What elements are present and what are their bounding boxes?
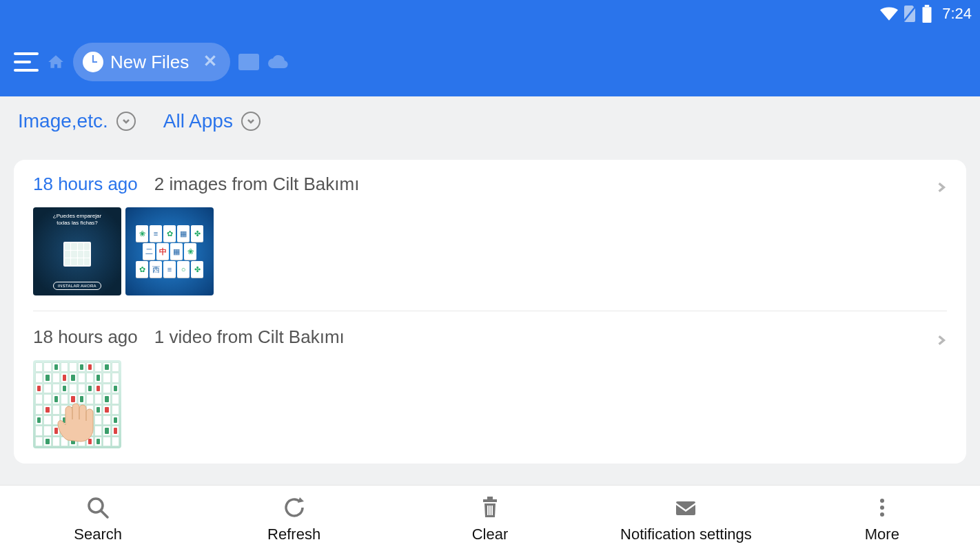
- notification-settings-button[interactable]: Notification settings: [588, 486, 784, 551]
- svg-line-5: [101, 511, 108, 517]
- thumbnails: [33, 360, 947, 448]
- android-status-bar: 7:24: [0, 0, 980, 28]
- clear-label: Clear: [472, 526, 509, 543]
- content-area: 18 hours ago 2 images from Cilt Bakımı ¿…: [0, 146, 980, 485]
- image-thumbnail[interactable]: ❀≡✿▦✤ 二中▦❀ ✿西≡○✤: [125, 207, 214, 295]
- filter-apps-dropdown[interactable]: All Apps: [163, 110, 261, 132]
- filter-type-dropdown[interactable]: Image,etc.: [18, 110, 136, 132]
- close-tab-icon[interactable]: [203, 53, 218, 71]
- promo-text: ¿Puedes emparejar todas las fichas?: [53, 213, 101, 226]
- group-header: 18 hours ago 2 images from Cilt Bakımı: [33, 174, 947, 195]
- promo-board: [63, 242, 91, 267]
- thumbnails: ¿Puedes emparejar todas las fichas? INST…: [33, 207, 947, 295]
- wifi-icon: [880, 7, 898, 21]
- clock-icon: [83, 52, 103, 72]
- file-group[interactable]: 18 hours ago 1 video from Cilt Bakımı: [33, 326, 947, 464]
- clear-button[interactable]: Clear: [392, 486, 588, 551]
- chevron-right-icon[interactable]: [936, 329, 947, 351]
- trash-icon: [478, 494, 502, 521]
- files-card: 18 hours ago 2 images from Cilt Bakımı ¿…: [14, 160, 966, 464]
- svg-rect-3: [238, 54, 259, 70]
- bottom-toolbar: Search Refresh Clear Notification settin…: [0, 485, 980, 551]
- svg-point-12: [880, 499, 884, 503]
- promo-button: INSTALAR AHORA: [53, 282, 101, 290]
- refresh-button[interactable]: Refresh: [196, 486, 391, 551]
- search-label: Search: [74, 526, 122, 543]
- more-button[interactable]: More: [784, 486, 980, 551]
- group-desc: 1 video from Cilt Bakımı: [154, 326, 345, 348]
- filter-bar: Image,etc. All Apps: [0, 96, 980, 146]
- svg-rect-9: [489, 506, 491, 515]
- svg-rect-6: [483, 499, 497, 502]
- refresh-icon: [282, 494, 307, 521]
- sdcard-tab-icon[interactable]: [238, 54, 259, 70]
- svg-rect-11: [676, 501, 695, 515]
- video-thumbnail[interactable]: [33, 360, 121, 448]
- no-sim-icon: [902, 6, 917, 22]
- svg-rect-8: [487, 506, 489, 515]
- search-button[interactable]: Search: [0, 486, 196, 551]
- search-icon: [85, 494, 110, 521]
- filter-type-label: Image,etc.: [18, 110, 108, 132]
- tab-label: New Files: [110, 52, 189, 73]
- cloud-tab-icon[interactable]: [267, 54, 288, 70]
- more-vertical-icon: [870, 494, 895, 521]
- refresh-label: Refresh: [267, 526, 320, 543]
- group-desc: 2 images from Cilt Bakımı: [154, 174, 360, 195]
- svg-rect-2: [923, 7, 932, 23]
- chevron-down-icon: [241, 112, 261, 131]
- status-icons: 7:24: [880, 5, 972, 23]
- svg-rect-1: [925, 5, 930, 7]
- svg-point-13: [880, 506, 884, 510]
- chevron-right-icon[interactable]: [936, 176, 947, 198]
- group-time: 18 hours ago: [33, 326, 138, 348]
- more-label: More: [865, 526, 899, 543]
- envelope-icon: [673, 494, 698, 521]
- menu-icon[interactable]: [14, 52, 39, 72]
- home-tab-icon[interactable]: [47, 53, 65, 71]
- tab-new-files[interactable]: New Files: [73, 43, 230, 81]
- filter-apps-label: All Apps: [163, 110, 233, 132]
- svg-rect-7: [487, 497, 493, 499]
- battery-icon: [921, 5, 932, 23]
- svg-point-14: [880, 512, 884, 517]
- hand-icon: [54, 399, 102, 443]
- svg-rect-10: [491, 506, 493, 515]
- group-time: 18 hours ago: [33, 174, 138, 195]
- group-header: 18 hours ago 1 video from Cilt Bakımı: [33, 326, 947, 348]
- image-thumbnail[interactable]: ¿Puedes emparejar todas las fichas? INST…: [33, 207, 121, 295]
- chevron-down-icon: [116, 112, 136, 131]
- file-group[interactable]: 18 hours ago 2 images from Cilt Bakımı ¿…: [33, 174, 947, 311]
- status-time: 7:24: [942, 5, 972, 23]
- notification-settings-label: Notification settings: [620, 526, 752, 543]
- app-header: New Files: [0, 28, 980, 96]
